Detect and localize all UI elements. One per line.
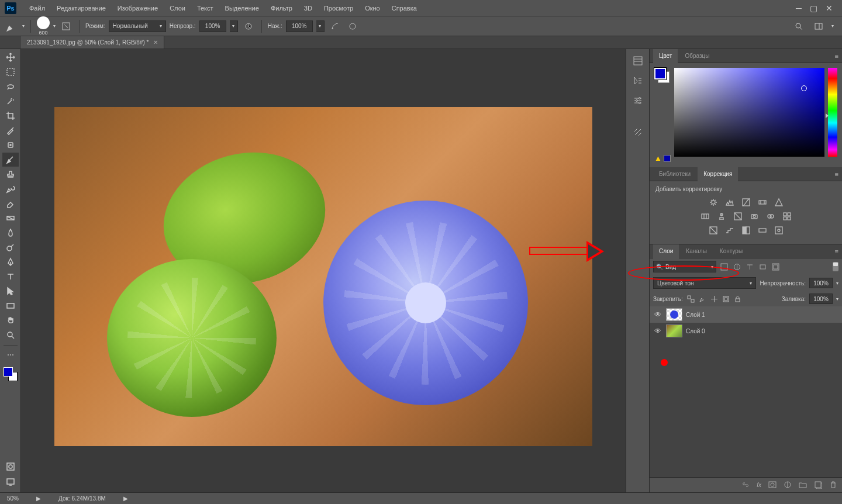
- close-tab-icon[interactable]: ✕: [153, 39, 158, 46]
- color-field[interactable]: [674, 68, 824, 157]
- brush-preview[interactable]: 600: [37, 16, 50, 36]
- foreground-color-swatch[interactable]: [4, 367, 13, 377]
- pressure-opacity-icon[interactable]: [241, 19, 256, 33]
- canvas-area[interactable]: [21, 49, 626, 492]
- history-panel-icon[interactable]: [631, 54, 645, 68]
- tab-libraries[interactable]: Библиотеки: [653, 167, 696, 181]
- pen-tool[interactable]: [2, 255, 19, 269]
- blur-tool[interactable]: [2, 226, 19, 240]
- visibility-icon[interactable]: 👁: [653, 327, 662, 335]
- opacity-input[interactable]: 100%: [199, 20, 226, 32]
- bw-icon[interactable]: [732, 211, 744, 222]
- color-swatches[interactable]: [2, 366, 19, 382]
- curves-icon[interactable]: [740, 197, 752, 208]
- layer-name[interactable]: Слой 0: [686, 328, 705, 334]
- close-icon[interactable]: ✕: [826, 4, 833, 13]
- gamut-warning[interactable]: ▲: [654, 154, 671, 163]
- chevron-down-icon[interactable]: ▾: [316, 20, 325, 32]
- tab-layers[interactable]: Слои: [653, 244, 679, 258]
- hue-slider[interactable]: [828, 68, 837, 157]
- screenmode-tool[interactable]: [2, 475, 19, 489]
- lock-artboard-icon[interactable]: [722, 294, 731, 303]
- menu-filter[interactable]: Фильтр: [265, 0, 298, 16]
- panel-menu-icon[interactable]: ≡: [831, 53, 842, 60]
- menu-image[interactable]: Изображение: [112, 0, 164, 16]
- tab-color[interactable]: Цвет: [653, 49, 678, 63]
- delete-layer-icon[interactable]: [829, 481, 837, 490]
- visibility-icon[interactable]: 👁: [653, 310, 662, 319]
- heal-tool[interactable]: [2, 138, 19, 152]
- lock-position-icon[interactable]: [710, 294, 719, 303]
- filter-type-icon[interactable]: [744, 261, 755, 272]
- lock-transparency-icon[interactable]: [686, 294, 696, 303]
- workspace-icon[interactable]: [812, 19, 826, 33]
- layer-opacity-input[interactable]: 100%: [809, 278, 833, 288]
- type-tool[interactable]: [2, 270, 19, 284]
- airbrush-icon[interactable]: [328, 19, 342, 33]
- status-arrow-icon[interactable]: ▶: [123, 495, 128, 502]
- rectangle-tool[interactable]: [2, 299, 19, 313]
- layer-thumbnail[interactable]: [666, 308, 682, 321]
- menu-file[interactable]: Файл: [23, 0, 51, 16]
- filter-shape-icon[interactable]: [757, 261, 768, 272]
- layer-row[interactable]: 👁 Слой 1: [650, 306, 842, 323]
- zoom-level[interactable]: 50%: [7, 495, 19, 502]
- crop-tool[interactable]: [2, 109, 19, 123]
- stamp-tool[interactable]: [2, 167, 19, 181]
- maximize-icon[interactable]: ▢: [810, 4, 817, 13]
- chevron-down-icon[interactable]: ▾: [22, 23, 25, 29]
- tab-paths[interactable]: Контуры: [714, 244, 748, 258]
- gradientmap-icon[interactable]: [757, 225, 768, 236]
- hand-tool[interactable]: [2, 313, 19, 327]
- colorbalance-icon[interactable]: [716, 211, 727, 222]
- document-canvas[interactable]: [54, 107, 592, 446]
- chevron-down-icon[interactable]: ▾: [836, 281, 838, 286]
- layer-fx-icon[interactable]: fx: [757, 482, 761, 488]
- exposure-icon[interactable]: [757, 197, 768, 208]
- menu-view[interactable]: Просмотр: [318, 0, 359, 16]
- chevron-down-icon[interactable]: ▾: [53, 23, 56, 29]
- edit-toolbar-icon[interactable]: ⋯: [2, 348, 19, 362]
- layer-name[interactable]: Слой 1: [686, 312, 705, 318]
- levels-icon[interactable]: [724, 197, 736, 208]
- filter-type-select[interactable]: 🔍 Вид ▾: [653, 261, 716, 272]
- tab-channels[interactable]: Каналы: [680, 244, 713, 258]
- fg-color-box[interactable]: [654, 68, 666, 80]
- chevron-down-icon[interactable]: ▾: [230, 20, 238, 32]
- eraser-tool[interactable]: [2, 196, 19, 210]
- filter-adjust-icon[interactable]: [731, 261, 742, 272]
- lock-all-icon[interactable]: [733, 294, 743, 303]
- properties-panel-icon[interactable]: [631, 94, 645, 108]
- path-select-tool[interactable]: [2, 284, 19, 298]
- pressure-size-icon[interactable]: [346, 19, 360, 33]
- filter-smart-icon[interactable]: [770, 261, 781, 272]
- menu-help[interactable]: Справка: [386, 0, 423, 16]
- flow-input[interactable]: 100%: [286, 20, 313, 32]
- hue-slider-handle[interactable]: [826, 113, 829, 118]
- new-layer-icon[interactable]: [814, 481, 822, 490]
- move-tool[interactable]: [2, 50, 19, 64]
- link-layers-icon[interactable]: [741, 481, 750, 490]
- search-icon[interactable]: [792, 19, 806, 33]
- menu-select[interactable]: Выделение: [219, 0, 265, 16]
- menu-layers[interactable]: Слои: [164, 0, 191, 16]
- threshold-icon[interactable]: [740, 225, 752, 236]
- layer-row[interactable]: 👁 Слой 0: [650, 323, 842, 339]
- invert-icon[interactable]: [708, 225, 719, 236]
- status-arrow-icon[interactable]: ▶: [36, 495, 41, 502]
- lasso-tool[interactable]: [2, 80, 19, 94]
- brightness-icon[interactable]: [708, 197, 719, 208]
- dodge-tool[interactable]: [2, 240, 19, 254]
- panel-menu-icon[interactable]: ≡: [831, 171, 842, 178]
- current-tool-icon[interactable]: [5, 19, 19, 33]
- menu-window[interactable]: Окно: [359, 0, 386, 16]
- add-adjustment-icon[interactable]: [784, 481, 792, 490]
- tab-adjustments[interactable]: Коррекция: [698, 167, 738, 181]
- photofilter-icon[interactable]: [748, 211, 760, 222]
- posterize-icon[interactable]: [724, 225, 736, 236]
- eyedropper-tool[interactable]: [2, 123, 19, 137]
- panel-menu-icon[interactable]: ≡: [831, 248, 842, 255]
- chevron-down-icon[interactable]: ▾: [831, 23, 834, 29]
- fill-input[interactable]: 100%: [809, 294, 833, 304]
- minimize-icon[interactable]: ─: [796, 4, 802, 13]
